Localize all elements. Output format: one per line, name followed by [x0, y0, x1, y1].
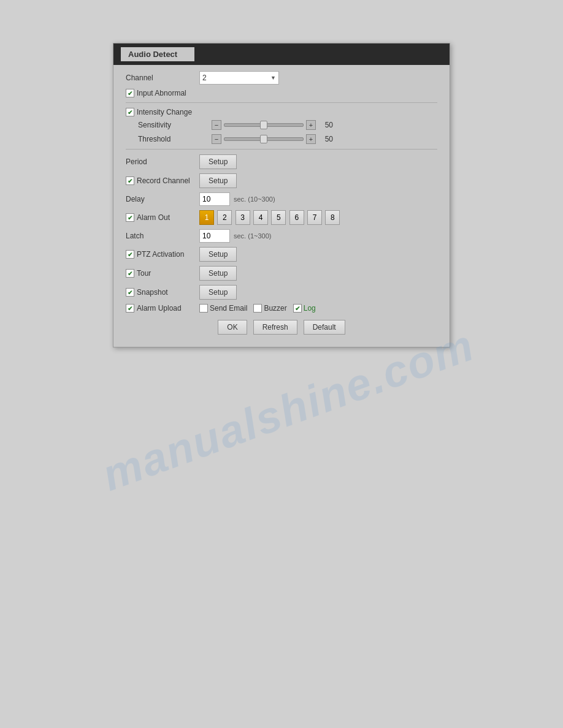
snapshot-setup-button[interactable]: Setup: [199, 285, 237, 300]
period-label: Period: [126, 157, 199, 166]
sensitivity-value: 50: [318, 121, 333, 129]
refresh-button[interactable]: Refresh: [253, 320, 297, 335]
sensitivity-thumb[interactable]: [260, 121, 267, 129]
send-email-checkbox[interactable]: [199, 304, 208, 313]
alarm-upload-row: Alarm Upload Send Email Buzzer: [126, 304, 437, 313]
buzzer-group: Buzzer: [253, 304, 286, 313]
input-abnormal-checkbox[interactable]: [126, 89, 134, 97]
delay-row: Delay sec. (10~300): [126, 192, 437, 206]
alarm-btn-5[interactable]: 5: [271, 210, 286, 225]
ptz-checkbox[interactable]: [126, 250, 134, 259]
log-checkbox[interactable]: [293, 304, 302, 313]
dialog-body: Channel 2 ▼ Input Abnormal Intensity Cha…: [113, 65, 450, 347]
channel-value: 2: [202, 74, 207, 82]
intensity-change-label: Intensity Change: [137, 108, 192, 116]
alarm-upload-options: Send Email Buzzer Log: [199, 304, 316, 313]
dialog-title: Audio Detect: [121, 47, 194, 61]
period-setup-button[interactable]: Setup: [199, 154, 237, 169]
alarm-out-label-group: Alarm Out: [126, 213, 199, 222]
alarm-out-buttons: 1 2 3 4 5 6 7 8: [199, 210, 341, 225]
tour-checkbox[interactable]: [126, 269, 134, 278]
channel-label: Channel: [126, 74, 199, 82]
divider-1: [126, 102, 437, 103]
latch-input[interactable]: [199, 229, 230, 243]
latch-label: Latch: [126, 232, 199, 240]
buzzer-label: Buzzer: [264, 304, 286, 313]
alarm-upload-label-group: Alarm Upload: [126, 304, 199, 313]
ptz-setup-button[interactable]: Setup: [199, 247, 237, 262]
threshold-track[interactable]: [224, 137, 304, 141]
alarm-btn-7[interactable]: 7: [307, 210, 322, 225]
threshold-slider-container: − + 50: [212, 134, 333, 144]
delay-input[interactable]: [199, 192, 230, 206]
delay-hint: sec. (10~300): [234, 195, 275, 203]
record-channel-label: Record Channel: [137, 176, 190, 185]
intensity-change-section: Intensity Change: [126, 108, 437, 116]
snapshot-checkbox[interactable]: [126, 288, 134, 297]
intensity-change-checkbox[interactable]: [126, 108, 134, 116]
sensitivity-label: Sensitivity: [138, 121, 212, 129]
ok-button[interactable]: OK: [218, 320, 247, 335]
alarm-btn-1[interactable]: 1: [199, 210, 214, 225]
snapshot-label: Snapshot: [137, 288, 168, 297]
bottom-buttons: OK Refresh Default: [126, 320, 437, 338]
period-row: Period Setup: [126, 154, 437, 169]
watermark-text: manualshine.com: [96, 321, 481, 501]
sensitivity-track[interactable]: [224, 123, 304, 127]
channel-row: Channel 2 ▼: [126, 71, 437, 85]
input-abnormal-section: Input Abnormal: [126, 89, 437, 97]
alarm-out-label: Alarm Out: [137, 213, 170, 222]
alarm-btn-4[interactable]: 4: [253, 210, 268, 225]
ptz-label: PTZ Activation: [137, 250, 184, 259]
tour-label-group: Tour: [126, 269, 199, 278]
sensitivity-increase-btn[interactable]: +: [306, 120, 316, 130]
tour-label: Tour: [137, 269, 151, 278]
ptz-row: PTZ Activation Setup: [126, 247, 437, 262]
record-channel-row: Record Channel Setup: [126, 173, 437, 188]
alarm-out-row: Alarm Out 1 2 3 4 5 6 7 8: [126, 210, 437, 225]
record-channel-checkbox[interactable]: [126, 176, 134, 185]
alarm-btn-2[interactable]: 2: [217, 210, 232, 225]
threshold-value: 50: [318, 135, 333, 143]
sensitivity-row: Sensitivity − + 50: [126, 120, 437, 130]
record-channel-label-group: Record Channel: [126, 176, 199, 185]
alarm-out-checkbox[interactable]: [126, 213, 134, 222]
record-channel-setup-button[interactable]: Setup: [199, 173, 237, 188]
log-group: Log: [293, 304, 316, 313]
dialog-header: Audio Detect: [113, 44, 450, 65]
chevron-down-icon: ▼: [270, 75, 276, 81]
channel-select[interactable]: 2 ▼: [199, 71, 279, 85]
tour-setup-button[interactable]: Setup: [199, 266, 237, 281]
delay-label: Delay: [126, 195, 199, 203]
snapshot-row: Snapshot Setup: [126, 285, 437, 300]
alarm-upload-checkbox[interactable]: [126, 304, 134, 313]
threshold-increase-btn[interactable]: +: [306, 134, 316, 144]
send-email-label: Send Email: [210, 304, 247, 313]
buzzer-checkbox[interactable]: [253, 304, 262, 313]
divider-2: [126, 149, 437, 150]
alarm-btn-6[interactable]: 6: [289, 210, 304, 225]
threshold-decrease-btn[interactable]: −: [212, 134, 221, 144]
sensitivity-decrease-btn[interactable]: −: [212, 120, 221, 130]
default-button[interactable]: Default: [304, 320, 345, 335]
threshold-thumb[interactable]: [260, 135, 267, 143]
latch-row: Latch sec. (1~300): [126, 229, 437, 243]
latch-hint: sec. (1~300): [234, 232, 271, 240]
snapshot-label-group: Snapshot: [126, 288, 199, 297]
threshold-row: Threshold − + 50: [126, 134, 437, 144]
alarm-upload-label: Alarm Upload: [137, 304, 182, 313]
threshold-label: Threshold: [138, 135, 212, 143]
alarm-btn-3[interactable]: 3: [236, 210, 250, 225]
send-email-group: Send Email: [199, 304, 247, 313]
input-abnormal-label: Input Abnormal: [137, 89, 186, 97]
log-label: Log: [304, 304, 316, 313]
sensitivity-slider-container: − + 50: [212, 120, 333, 130]
tour-row: Tour Setup: [126, 266, 437, 281]
alarm-btn-8[interactable]: 8: [325, 210, 340, 225]
ptz-label-group: PTZ Activation: [126, 250, 199, 259]
